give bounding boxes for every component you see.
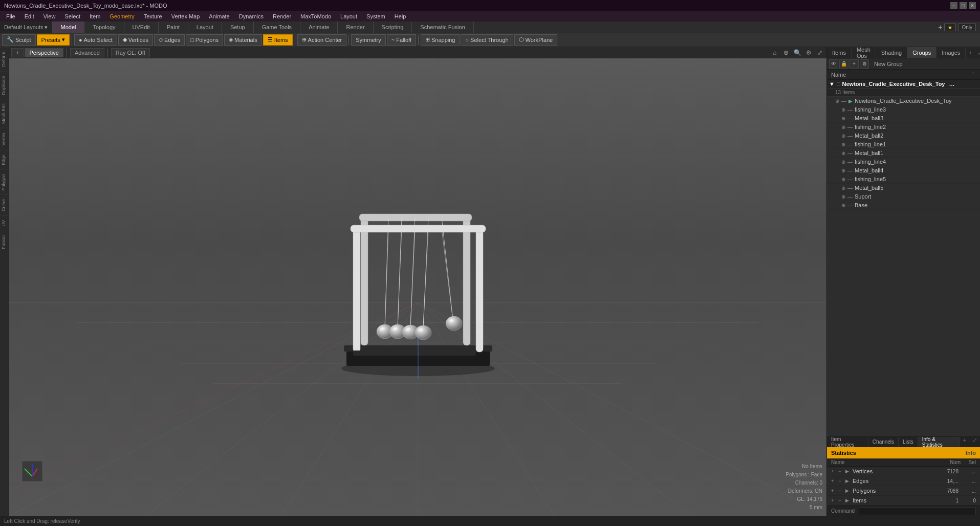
eye-icon[interactable]: ⊕ xyxy=(841,159,845,165)
info-tab-label[interactable]: Info xyxy=(966,450,976,456)
vertices-button[interactable]: ◆ Vertices xyxy=(118,34,153,46)
tree-root-group[interactable]: ▼ □ Newtons_Cradle_Executive_Desk_Toy … xyxy=(827,80,980,89)
eye-icon[interactable]: ⊕ xyxy=(835,98,839,104)
eye-icon[interactable]: ⊕ xyxy=(841,203,845,208)
stats-tab-info-statistics[interactable]: Info & Statistics xyxy=(918,437,960,447)
tree-item-metal-ball3[interactable]: ⊕ — Metal_ball3 xyxy=(827,114,980,123)
lock-icon[interactable]: — xyxy=(847,177,853,182)
panel-tab-images[interactable]: Images xyxy=(937,47,966,58)
vp-tab-perspective[interactable]: Perspective xyxy=(25,48,63,57)
tree-item-fishing-line3[interactable]: ⊕ — fishing_line3 xyxy=(827,105,980,114)
panel-tool-add[interactable]: + xyxy=(850,59,859,69)
stat-plus-icon[interactable]: + xyxy=(831,498,836,503)
sidebar-tab-mesh-edit[interactable]: Mesh Edit xyxy=(0,99,9,128)
tab-render[interactable]: Render xyxy=(338,21,373,33)
stat-minus-icon[interactable]: − xyxy=(838,469,843,474)
vp-tab-advanced[interactable]: Advanced xyxy=(70,48,104,57)
panel-tab-shading[interactable]: Shading xyxy=(876,47,907,58)
viewport-settings-button[interactable]: ⚙ xyxy=(804,48,813,57)
lock-icon[interactable]: — xyxy=(841,98,846,104)
panel-tab-plus[interactable]: + xyxy=(966,47,975,58)
viewport-zoom-button[interactable]: ⊕ xyxy=(781,48,791,57)
eye-icon[interactable]: ⊕ xyxy=(841,168,845,173)
eye-icon[interactable]: ⊕ xyxy=(841,142,845,147)
eye-icon[interactable]: ⊕ xyxy=(841,177,845,182)
maximize-button[interactable]: □ xyxy=(960,2,967,9)
tree-item-fishing-line4[interactable]: ⊕ — fishing_line4 xyxy=(827,158,980,166)
tree-item-metal-ball2[interactable]: ⊕ — Metal_ball2 xyxy=(827,132,980,140)
sculpt-button[interactable]: 🔧 Sculpt xyxy=(2,34,36,46)
stat-plus-icon[interactable]: + xyxy=(831,488,836,493)
stat-minus-icon[interactable]: − xyxy=(838,488,843,493)
sidebar-tab-polygon[interactable]: Polygon xyxy=(0,169,9,195)
sidebar-tab-vertex[interactable]: Vertex xyxy=(0,128,9,150)
stat-minus-icon[interactable]: − xyxy=(838,478,843,484)
tree-item-newtons-cradle[interactable]: ⊕ — ▶ Newtons_Cradle_Executive_Desk_Toy xyxy=(827,97,980,105)
sidebar-tab-duplicate[interactable]: Duplicate xyxy=(0,71,9,99)
items-button[interactable]: ☰ Items xyxy=(263,34,293,46)
menu-animate[interactable]: Animate xyxy=(205,12,233,20)
tab-model[interactable]: Model xyxy=(53,21,85,33)
lock-icon[interactable]: — xyxy=(847,116,853,121)
auto-select-button[interactable]: ● Auto Select xyxy=(74,34,117,46)
vp-tab-raygl[interactable]: Ray GL: Off xyxy=(111,48,150,57)
only-button[interactable]: Only xyxy=(958,24,976,31)
menu-dynamics[interactable]: Dynamics xyxy=(235,12,268,20)
stat-row-items[interactable]: + − ▶ Items 1 0 xyxy=(827,496,980,506)
stats-tab-plus[interactable]: + xyxy=(960,437,969,447)
stat-minus-icon[interactable]: − xyxy=(838,498,843,503)
panel-tab-items[interactable]: Items xyxy=(827,47,852,58)
tree-item-fishing-line5[interactable]: ⊕ — fishing_line5 xyxy=(827,175,980,184)
lock-icon[interactable]: — xyxy=(847,142,853,147)
panel-tool-lock[interactable]: 🔒 xyxy=(839,59,848,69)
falloff-button[interactable]: ~ Falloff xyxy=(387,34,416,46)
sidebar-tab-curve[interactable]: Curve xyxy=(0,194,9,215)
menu-system[interactable]: System xyxy=(362,12,389,20)
menu-texture[interactable]: Texture xyxy=(140,12,166,20)
viewport[interactable]: + Perspective Advanced Ray GL: Off ⌂ ⊕ 🔍… xyxy=(9,47,826,516)
menu-maxtomode[interactable]: MaxToModo xyxy=(296,12,335,20)
menu-vertex-map[interactable]: Vertex Map xyxy=(167,12,204,20)
eye-icon[interactable]: ⊕ xyxy=(841,116,845,121)
sidebar-tab-deform[interactable]: Deform xyxy=(0,47,9,71)
tree-item-metal-ball1[interactable]: ⊕ — Metal_ball1 xyxy=(827,149,980,158)
panel-tab-mesh-ops[interactable]: Mesh Ops xyxy=(852,47,876,58)
tree-item-fishing-line2[interactable]: ⊕ — fishing_line2 xyxy=(827,123,980,132)
eye-icon[interactable]: ⊕ xyxy=(841,194,845,200)
tab-paint[interactable]: Paint xyxy=(159,21,188,33)
default-layouts-dropdown[interactable]: Default Layouts ▾ xyxy=(0,21,53,33)
edges-button[interactable]: ◇ Edges xyxy=(154,34,185,46)
lock-icon[interactable]: — xyxy=(847,168,853,173)
eye-icon[interactable]: ⊕ xyxy=(841,185,845,191)
polygons-button[interactable]: □ Polygons xyxy=(186,34,223,46)
tab-scripting[interactable]: Scripting xyxy=(374,21,412,33)
window-controls[interactable]: ─ □ ✕ xyxy=(950,2,976,9)
tree-item-fishing-line1[interactable]: ⊕ — fishing_line1 xyxy=(827,140,980,149)
lock-icon[interactable]: — xyxy=(847,194,853,200)
menu-render[interactable]: Render xyxy=(269,12,295,20)
eye-icon[interactable]: ⊕ xyxy=(841,133,845,139)
tab-setup[interactable]: Setup xyxy=(222,21,254,33)
materials-button[interactable]: ◈ Materials xyxy=(224,34,262,46)
lock-icon[interactable]: — xyxy=(847,133,853,139)
stat-row-polygons[interactable]: + − ▶ Polygons 7088 ... xyxy=(827,486,980,496)
select-through-button[interactable]: ○ Select Through xyxy=(461,34,513,46)
stats-tab-channels[interactable]: Channels xyxy=(868,437,899,447)
close-button[interactable]: ✕ xyxy=(969,2,976,9)
menu-select[interactable]: Select xyxy=(60,12,84,20)
add-tab-button[interactable]: + xyxy=(938,23,942,31)
tab-layout[interactable]: Layout xyxy=(188,21,222,33)
stat-row-vertices[interactable]: + − ▶ Vertices 7128 ... xyxy=(827,467,980,476)
eye-icon[interactable]: ⊕ xyxy=(841,124,845,130)
new-group-label[interactable]: New Group xyxy=(870,61,978,67)
tab-animate[interactable]: Animate xyxy=(300,21,338,33)
menu-edit[interactable]: Edit xyxy=(20,12,38,20)
tab-topology[interactable]: Topology xyxy=(84,21,124,33)
tree-item-base[interactable]: ⊕ — Base xyxy=(827,201,980,210)
workplane-button[interactable]: ⬡ WorkPlane xyxy=(514,34,558,46)
minimize-button[interactable]: ─ xyxy=(950,2,957,9)
panel-tool-eye[interactable]: 👁 xyxy=(829,59,838,69)
menu-layout[interactable]: Layout xyxy=(336,12,361,20)
stats-tab-lists[interactable]: Lists xyxy=(899,437,918,447)
vp-tab-add[interactable]: + xyxy=(11,48,24,57)
